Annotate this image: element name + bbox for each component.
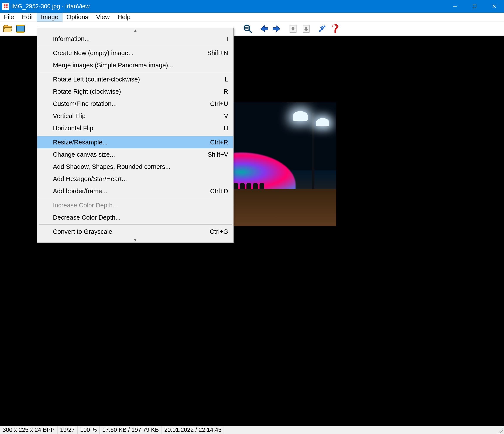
- status-datetime: 20.01.2022 / 22:14:45: [162, 426, 225, 434]
- menu-label: Information...: [53, 35, 218, 43]
- minimize-button[interactable]: [445, 0, 465, 13]
- menu-shortcut: R: [215, 88, 228, 95]
- menu-item-custom-rotation[interactable]: Custom/Fine rotation... Ctrl+U: [37, 98, 233, 110]
- menu-label: Convert to Grayscale: [53, 228, 201, 235]
- svg-point-14: [324, 26, 325, 27]
- menu-shortcut: Shift+N: [198, 49, 228, 57]
- window-title: IMG_2952-300.jpg - IrfanView: [11, 3, 445, 10]
- slideshow-icon[interactable]: [14, 23, 27, 35]
- close-button[interactable]: [484, 0, 504, 13]
- menu-item-grayscale[interactable]: Convert to Grayscale Ctrl+G: [37, 225, 233, 238]
- svg-rect-7: [17, 31, 25, 33]
- resize-grip-icon[interactable]: [497, 427, 503, 433]
- menu-item-add-hexagon[interactable]: Add Hexagon/Star/Heart...: [37, 173, 233, 185]
- maximize-button[interactable]: [465, 0, 484, 13]
- svg-point-13: [319, 30, 320, 32]
- menu-shortcut: H: [215, 125, 228, 132]
- menu-shortcut: I: [218, 35, 228, 43]
- menu-item-vertical-flip[interactable]: Vertical Flip V: [37, 110, 233, 122]
- menu-label: Merge images (Simple Panorama image)...: [53, 62, 219, 69]
- menu-options[interactable]: Options: [63, 13, 92, 22]
- menu-item-horizontal-flip[interactable]: Horizontal Flip H: [37, 122, 233, 134]
- window-controls: [445, 0, 504, 13]
- status-size: 17.50 KB / 197.79 KB: [100, 426, 162, 434]
- menu-separator: [39, 198, 232, 198]
- menu-item-decrease-depth[interactable]: Decrease Color Depth...: [37, 211, 233, 223]
- menu-shortcut: Ctrl+D: [201, 188, 228, 195]
- about-icon[interactable]: [329, 23, 341, 35]
- menu-label: Add Shadow, Shapes, Rounded corners...: [53, 163, 219, 170]
- status-bar: 300 x 225 x 24 BPP 19/27 100 % 17.50 KB …: [0, 426, 504, 434]
- menu-label: Add border/frame...: [53, 188, 201, 195]
- menu-image[interactable]: Image: [37, 13, 63, 22]
- menu-bar: File Edit Image Options View Help: [0, 13, 504, 22]
- menu-edit[interactable]: Edit: [18, 13, 37, 22]
- menu-shortcut: V: [215, 112, 228, 120]
- svg-line-10: [249, 30, 252, 33]
- zoom-out-icon[interactable]: [242, 23, 254, 35]
- menu-label: Create New (empty) image...: [53, 49, 198, 57]
- image-menu-dropdown: ▲ Information... I Create New (empty) im…: [37, 28, 234, 243]
- menu-label: Change canvas size...: [53, 151, 199, 158]
- menu-item-canvas-size[interactable]: Change canvas size... Shift+V: [37, 148, 233, 161]
- menu-separator: [39, 46, 232, 46]
- menu-label: Add Hexagon/Star/Heart...: [53, 175, 219, 183]
- menu-help[interactable]: Help: [114, 13, 135, 22]
- menu-label: Custom/Fine rotation...: [53, 100, 201, 107]
- menu-item-create-new[interactable]: Create New (empty) image... Shift+N: [37, 47, 233, 59]
- menu-separator: [39, 72, 232, 72]
- menu-item-merge[interactable]: Merge images (Simple Panorama image)...: [37, 59, 233, 71]
- menu-item-rotate-right[interactable]: Rotate Right (clockwise) R: [37, 85, 233, 98]
- menu-label: Resize/Resample...: [53, 139, 201, 146]
- svg-rect-5: [17, 26, 25, 32]
- menu-item-increase-depth: Increase Color Depth...: [37, 199, 233, 211]
- menu-label: Increase Color Depth...: [53, 202, 219, 209]
- menu-label: Rotate Right (clockwise): [53, 88, 215, 95]
- svg-rect-2: [473, 5, 476, 8]
- menu-shortcut: Ctrl+R: [201, 139, 228, 146]
- menu-item-rotate-left[interactable]: Rotate Left (counter-clockwise) L: [37, 73, 233, 85]
- svg-rect-6: [17, 25, 25, 26]
- menu-shortcut: Ctrl+G: [201, 228, 228, 235]
- menu-item-resize[interactable]: Resize/Resample... Ctrl+R: [37, 136, 233, 148]
- menu-item-information[interactable]: Information... I: [37, 33, 233, 45]
- menu-separator: [39, 135, 232, 135]
- status-index: 19/27: [57, 426, 78, 434]
- scroll-down-icon[interactable]: ▼: [37, 238, 233, 242]
- menu-file[interactable]: File: [0, 13, 18, 22]
- prev-icon[interactable]: [258, 23, 270, 35]
- status-zoom: 100 %: [78, 426, 100, 434]
- open-file-icon[interactable]: [1, 23, 13, 35]
- menu-shortcut: Shift+V: [199, 151, 228, 158]
- scroll-up-icon[interactable]: ▲: [37, 28, 233, 33]
- menu-view[interactable]: View: [92, 13, 113, 22]
- menu-label: Decrease Color Depth...: [53, 214, 219, 221]
- first-file-icon[interactable]: [287, 23, 299, 35]
- menu-item-add-border[interactable]: Add border/frame... Ctrl+D: [37, 185, 233, 197]
- settings-icon[interactable]: [316, 23, 328, 35]
- last-file-icon[interactable]: [300, 23, 312, 35]
- status-dimensions: 300 x 225 x 24 BPP: [0, 426, 57, 434]
- menu-label: Horizontal Flip: [53, 125, 215, 132]
- menu-item-add-shadow[interactable]: Add Shadow, Shapes, Rounded corners...: [37, 161, 233, 173]
- menu-separator: [39, 224, 232, 225]
- menu-label: Rotate Left (counter-clockwise): [53, 76, 216, 83]
- app-icon: [2, 3, 9, 10]
- menu-shortcut: L: [216, 76, 228, 83]
- title-bar: IMG_2952-300.jpg - IrfanView: [0, 0, 504, 13]
- menu-shortcut: Ctrl+U: [201, 100, 228, 107]
- next-icon[interactable]: [271, 23, 283, 35]
- menu-label: Vertical Flip: [53, 112, 215, 120]
